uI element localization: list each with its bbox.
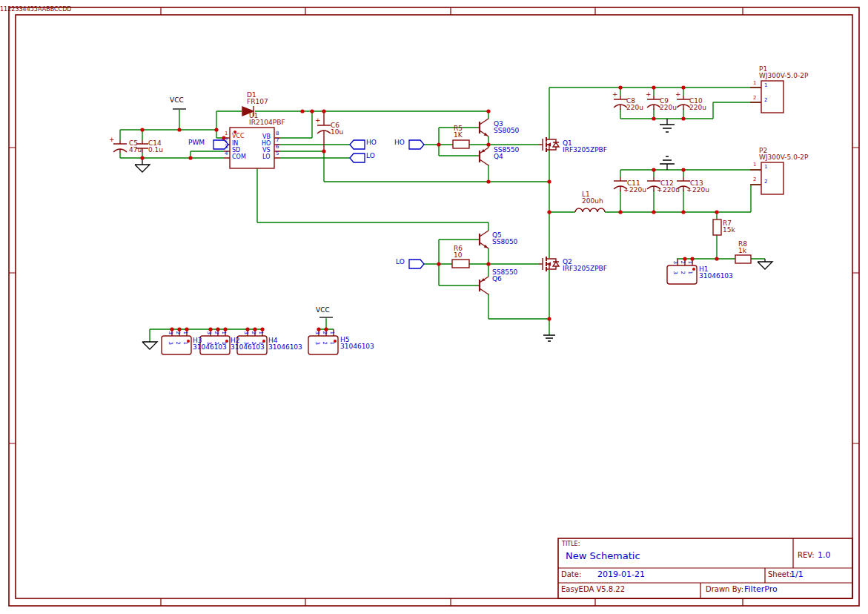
plus-c5: + <box>109 136 115 143</box>
transistor-q5-symbol <box>480 231 488 248</box>
ref-q6: Q6 <box>492 276 502 283</box>
sheet-value: 1/1 <box>790 570 804 579</box>
h5-pin: 2 <box>322 341 327 344</box>
rev-label: REV: <box>798 551 815 559</box>
h3-pin: 3 <box>168 331 173 334</box>
h5-pin: 1 <box>329 331 334 334</box>
val-c9: 220u <box>660 105 677 111</box>
u1-pin-6: 6 <box>276 145 279 150</box>
plus-c10: + <box>675 91 681 98</box>
h3-pin: 2 <box>175 331 180 334</box>
schematic-sheet: D1FR107U1IR2104PBFC547uC140.1uC610uR51KR… <box>0 0 868 614</box>
h2-pin: 1 <box>221 341 226 344</box>
val-l1: 200uh <box>582 198 603 205</box>
rev-value: 1.0 <box>818 550 831 560</box>
plus-c11: + <box>623 187 629 194</box>
netflag-ho-out <box>350 140 365 149</box>
u1-pin-3: 3 <box>225 145 228 150</box>
gnd-signal-r8 <box>758 259 772 269</box>
resistor-r8-symbol <box>735 255 751 263</box>
p1-pin-2-out: 2 <box>753 96 756 101</box>
plus-c6: + <box>315 117 321 124</box>
wires <box>120 88 765 342</box>
val-h1: 31046103 <box>699 273 733 280</box>
port-ho-out: HO <box>366 139 377 146</box>
h3-pin: 3 <box>168 341 173 344</box>
gnd-signal-c14 <box>135 158 150 172</box>
netflag-lo-in <box>409 260 424 268</box>
val-h2: 31046103 <box>231 344 265 351</box>
h4-pin: 3 <box>243 331 248 334</box>
val-h5: 31046103 <box>340 343 374 350</box>
val-c14: 0.1u <box>148 147 163 154</box>
val-c10: 220u <box>689 105 706 111</box>
port-lo-out: LO <box>366 153 375 159</box>
plus-c12: + <box>657 187 663 194</box>
inductor-l1-symbol <box>575 208 605 212</box>
port-pwm: PWM <box>188 139 205 146</box>
h1-pin: 2 <box>680 260 685 263</box>
val-q1: IRF3205ZPBF <box>563 147 607 154</box>
val-c5: 47u <box>129 147 142 154</box>
p2-pin-2-out: 2 <box>753 177 756 182</box>
h3-pin: 2 <box>175 341 180 344</box>
p2-pin-1-out: 1 <box>753 162 756 168</box>
port-ho-in: HO <box>394 139 405 146</box>
h2-pin: 1 <box>221 331 226 334</box>
h3-pin: 1 <box>182 331 188 334</box>
p1-pin-1-out: 1 <box>753 81 756 86</box>
schematic-title: New Schematic <box>566 550 640 561</box>
h4-pin: 1 <box>258 341 263 344</box>
h4-pin: 2 <box>251 341 256 344</box>
val-q3: SS8050 <box>494 128 519 134</box>
h5-pin: 3 <box>314 341 319 344</box>
h1-pin: 1 <box>687 260 692 263</box>
val-c11: 220u <box>629 187 646 194</box>
h1-pin: 3 <box>672 260 677 263</box>
transistor-q4-symbol <box>480 148 488 165</box>
h4-pin: 3 <box>243 341 248 344</box>
h5-pin: 1 <box>329 341 334 344</box>
h2-pin: 2 <box>213 341 219 344</box>
resistor-r6-symbol <box>452 260 469 268</box>
p2-pin-2-in: 2 <box>764 179 767 185</box>
capacitor-c5-symbol <box>113 140 127 153</box>
val-h4: 31046103 <box>268 344 302 351</box>
h1-pin: 2 <box>680 271 685 274</box>
val-p2: WJ300V-5.0-2P <box>759 154 808 161</box>
u1-pin-name-vcc: VCC <box>232 133 245 139</box>
plus-c8: + <box>612 91 618 98</box>
u1-pin-5: 5 <box>276 151 279 156</box>
transistor-q3-symbol <box>480 119 488 136</box>
ref-q4: Q4 <box>494 154 503 160</box>
h1-pin: 3 <box>672 271 677 274</box>
val-q5: SS8050 <box>492 239 517 245</box>
netflag-lo-out <box>350 154 365 162</box>
h4-pin: 1 <box>258 331 263 334</box>
u1-pin-1: 1 <box>225 131 228 136</box>
gnd-signal-headers <box>142 342 157 349</box>
gnd-earth-q2 <box>543 335 555 341</box>
val-c8: 220u <box>626 105 643 111</box>
power-vcc-1: VCC <box>170 97 184 104</box>
drawn-by-label: Drawn By: <box>706 585 743 593</box>
p2-pin-1-in: 1 <box>764 165 767 170</box>
val-p1: WJ300V-5.0-2P <box>759 73 808 79</box>
junction-dots <box>140 85 718 343</box>
gnd-earth-c11 <box>660 156 675 170</box>
h2-pin: 3 <box>206 341 211 344</box>
val-c6: 10u <box>331 129 343 136</box>
p1-pin-1-in: 1 <box>764 83 767 88</box>
plus-c13: + <box>686 187 692 194</box>
title-label: TITLE: <box>562 541 580 547</box>
u1-pin-8: 8 <box>276 131 279 136</box>
val-q2: IRF3205ZPBF <box>563 265 607 272</box>
port-lo-in: LO <box>396 259 405 265</box>
mosfet-q2-symbol <box>539 257 559 271</box>
sheet-label: Sheet: <box>768 570 792 578</box>
val-r5: 1K <box>454 132 463 139</box>
resistor-r7-symbol <box>713 219 721 235</box>
h2-pin: 2 <box>213 331 219 334</box>
val-r6: 10 <box>454 252 462 259</box>
mosfet-q1-symbol <box>539 137 559 152</box>
